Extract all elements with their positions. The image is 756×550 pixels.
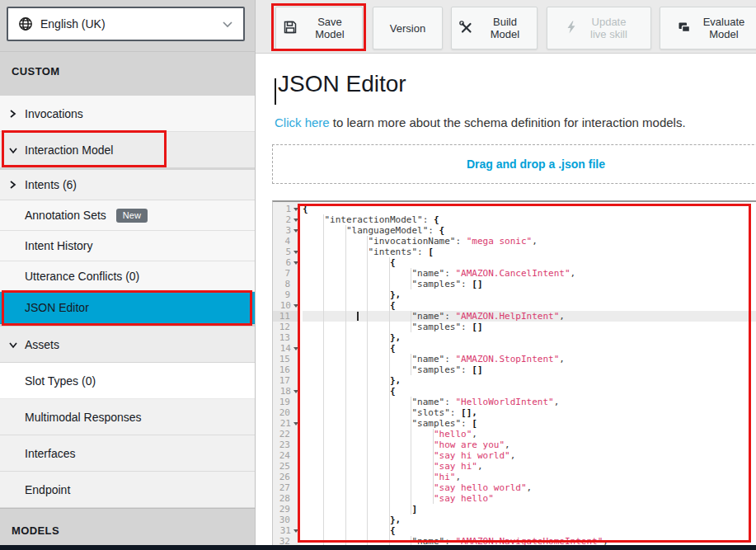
gutter-line[interactable]: 16: [273, 364, 300, 375]
learn-more-link[interactable]: Click here: [275, 115, 330, 129]
gutter-line[interactable]: 26: [273, 472, 300, 482]
gutter-line[interactable]: 12: [273, 322, 300, 332]
gutter-line[interactable]: 31: [273, 525, 300, 536]
evaluate-model-button[interactable]: Evaluate Model: [660, 7, 756, 49]
gutter-line[interactable]: 8: [273, 279, 300, 289]
code-line[interactable]: "name": "AMAZON.CancelIntent",: [303, 268, 756, 279]
gutter-line[interactable]: 27: [273, 482, 300, 493]
gutter-line[interactable]: 28: [273, 493, 300, 504]
gutter-line[interactable]: 23: [273, 440, 300, 450]
fold-arrow-icon[interactable]: [293, 261, 298, 265]
fold-arrow-icon[interactable]: [293, 529, 298, 533]
gutter-line[interactable]: 9: [273, 289, 300, 300]
version-button[interactable]: Version: [373, 7, 443, 49]
gutter-line[interactable]: 30: [273, 515, 300, 525]
gutter-line[interactable]: 4: [273, 236, 300, 247]
fold-arrow-icon[interactable]: [293, 219, 298, 222]
gutter-line[interactable]: 5: [273, 247, 300, 257]
update-live-skill-button[interactable]: Update live skill: [547, 7, 651, 49]
fold-arrow-icon[interactable]: [293, 390, 298, 393]
gutter-line[interactable]: 3: [273, 225, 300, 236]
sidebar-item-slot-types[interactable]: Slot Types (0): [0, 363, 255, 399]
gutter-line[interactable]: 22: [273, 429, 300, 440]
code-line[interactable]: "hello",: [303, 429, 756, 440]
sidebar-item-intent-history[interactable]: Intent History: [0, 231, 255, 261]
sidebar-item-interfaces[interactable]: Interfaces: [0, 435, 255, 472]
code-line[interactable]: "invocationName": "mega sonic",: [303, 236, 756, 247]
fold-arrow-icon[interactable]: [293, 229, 298, 233]
gutter-line[interactable]: 25: [273, 461, 300, 472]
fold-spacer: [293, 337, 298, 338]
code-line[interactable]: "samples": []: [303, 364, 756, 375]
fold-arrow-icon[interactable]: [293, 208, 298, 211]
code-line[interactable]: "how are you",: [303, 440, 756, 450]
code-line[interactable]: "say hi world",: [303, 450, 756, 461]
sidebar-item-multimodal-responses[interactable]: Multimodal Responses: [0, 399, 255, 435]
gutter-line[interactable]: 14: [273, 343, 300, 354]
gutter-line[interactable]: 7: [273, 268, 300, 279]
json-file-dropzone[interactable]: Drag and drop a .json file: [272, 144, 756, 184]
gutter-line[interactable]: 24: [273, 450, 300, 461]
sidebar-item-utterance-conflicts[interactable]: Utterance Conflicts (0): [0, 261, 255, 292]
save-model-button[interactable]: Save Model: [275, 7, 363, 49]
code-line[interactable]: "intents": [: [303, 247, 756, 257]
button-label: Update live skill: [584, 16, 635, 40]
fold-arrow-icon[interactable]: [293, 422, 298, 425]
sidebar-item-endpoint[interactable]: Endpoint: [0, 472, 255, 508]
code-line[interactable]: {: [303, 300, 756, 311]
gutter-line[interactable]: 10: [273, 300, 300, 311]
code-line[interactable]: "say hello world",: [303, 482, 756, 493]
gutter-line[interactable]: 2: [273, 214, 300, 225]
sidebar-item-invocations[interactable]: Invocations: [0, 96, 255, 132]
build-model-button[interactable]: Build Model: [451, 7, 538, 49]
sidebar-item-assets[interactable]: Assets: [0, 327, 255, 363]
sidebar-item-label: Assets: [25, 338, 59, 351]
gutter-line[interactable]: 18: [273, 386, 300, 397]
code-line[interactable]: "say hello": [303, 493, 756, 504]
gutter-line[interactable]: 1: [273, 204, 300, 214]
code-line[interactable]: "say hi",: [303, 461, 756, 472]
code-line[interactable]: ]: [303, 504, 756, 515]
code-line[interactable]: "hi",: [303, 472, 756, 482]
editor-content[interactable]: { "interactionModel": { "languageModel":…: [300, 202, 756, 550]
code-line[interactable]: {: [303, 257, 756, 268]
code-line[interactable]: "samples": []: [303, 322, 756, 332]
sidebar-item-interaction-model[interactable]: Interaction Model: [0, 132, 255, 168]
code-line[interactable]: {: [303, 343, 756, 354]
gutter-line[interactable]: 19: [273, 397, 300, 407]
code-line[interactable]: "name": "AMAZON.HelpIntent",: [303, 311, 756, 322]
code-line[interactable]: "samples": []: [303, 279, 756, 289]
code-line[interactable]: "name": "AMAZON.StopIntent",: [303, 354, 756, 364]
code-line[interactable]: "samples": [: [303, 418, 756, 429]
code-line[interactable]: "languageModel": {: [303, 225, 756, 236]
gutter-line[interactable]: 21: [273, 418, 300, 429]
fold-arrow-icon[interactable]: [293, 304, 298, 308]
gutter-line[interactable]: 13: [273, 332, 300, 343]
gutter-line[interactable]: 20: [273, 407, 300, 418]
gutter-line[interactable]: 17: [273, 375, 300, 386]
gutter-line[interactable]: 11: [273, 311, 300, 322]
fold-arrow-icon[interactable]: [293, 251, 298, 254]
fold-spacer: [293, 541, 298, 542]
sidebar-item-annotation-sets[interactable]: Annotation Sets New: [0, 200, 255, 231]
gutter-line[interactable]: 29: [273, 504, 300, 515]
sidebar-item-label: Annotation Sets: [25, 209, 106, 222]
code-line[interactable]: },: [303, 375, 756, 386]
sidebar-item-json-editor[interactable]: JSON Editor: [0, 292, 255, 324]
code-line[interactable]: },: [303, 332, 756, 343]
code-line[interactable]: {: [303, 204, 756, 214]
gutter-line[interactable]: 6: [273, 257, 300, 268]
code-line[interactable]: "slots": [],: [303, 407, 756, 418]
code-line[interactable]: {: [303, 386, 756, 397]
code-line[interactable]: },: [303, 515, 756, 525]
gutter-line[interactable]: 15: [273, 354, 300, 364]
code-line[interactable]: "name": "HelloWorldIntent",: [303, 397, 756, 407]
sidebar-item-intents[interactable]: Intents (6): [0, 170, 255, 200]
fold-arrow-icon[interactable]: [293, 347, 298, 350]
json-code-editor[interactable]: 1234567891011121314151617181920212223242…: [272, 200, 756, 550]
code-line[interactable]: },: [303, 289, 756, 300]
code-line[interactable]: {: [303, 525, 756, 536]
code-line[interactable]: "interactionModel": {: [303, 214, 756, 225]
chevron-down-icon: [222, 20, 233, 28]
language-selector[interactable]: English (UK): [7, 7, 245, 41]
